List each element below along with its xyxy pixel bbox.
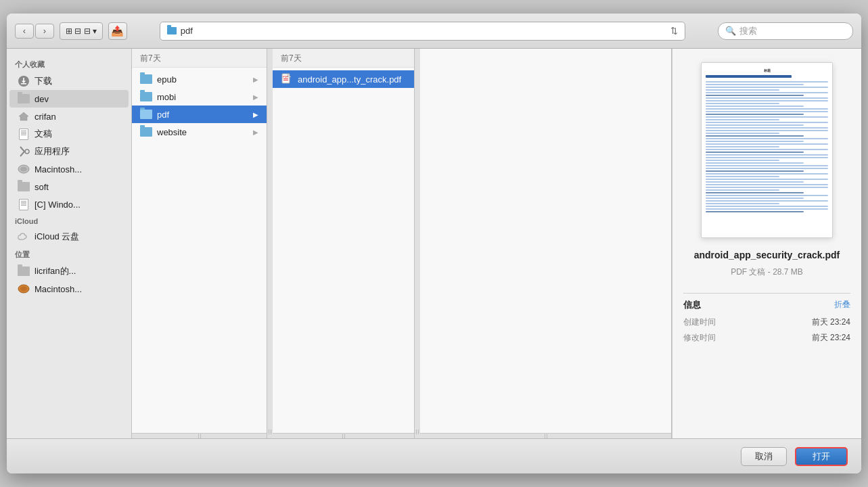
disk-icon <box>18 163 30 175</box>
column-resize-2[interactable]: ⁞⁞ <box>415 49 420 438</box>
sidebar-item-licrifan[interactable]: licrifan的... <box>9 262 129 280</box>
folder-epub-icon <box>140 73 152 85</box>
preview-meta: PDF 文稿 - 28.7 MB <box>731 266 803 278</box>
svg-point-5 <box>25 149 29 154</box>
view-button[interactable]: ⊞ ⊟ ⊟ ▾ <box>60 22 103 40</box>
sidebar-item-label: licrifan的... <box>35 265 76 277</box>
favorites-section-title: 个人收藏 <box>7 55 131 72</box>
cancel-button[interactable]: 取消 <box>741 447 787 466</box>
forward-button[interactable]: › <box>35 24 54 39</box>
sidebar-item-crifan[interactable]: crifan <box>9 108 129 125</box>
sidebar-item-label: 文稿 <box>35 128 52 140</box>
sidebar-item-macintosh2[interactable]: Macintosh... <box>9 280 129 298</box>
collapse-button[interactable]: 折叠 <box>834 299 850 310</box>
share-button[interactable]: 📤 <box>108 22 127 40</box>
pdf-preview-lines <box>706 75 828 232</box>
toolbar: ‹ › ⊞ ⊟ ⊟ ▾ 📤 pdf ⇅ 🔍 搜索 <box>7 14 861 49</box>
svg-point-7 <box>20 167 27 172</box>
info-header: 信息 折叠 <box>683 299 850 311</box>
sidebar: 个人收藏 下载 dev crifan <box>7 49 132 438</box>
sidebar-item-documents[interactable]: 文稿 <box>9 125 129 143</box>
sidebar-item-downloads[interactable]: 下载 <box>9 72 129 90</box>
finder-window: ‹ › ⊞ ⊟ ⊟ ▾ 📤 pdf ⇅ 🔍 搜索 个人收藏 <box>7 14 861 473</box>
sidebar-item-windows[interactable]: [C] Windo... <box>9 195 129 213</box>
svg-rect-11 <box>283 78 288 79</box>
pdf-thumbnail: 标题 <box>701 62 833 238</box>
sidebar-item-label: crifan <box>35 112 56 122</box>
item-label: android_app...ty_crack.pdf <box>298 74 401 85</box>
bottom-bar: 取消 打开 <box>7 438 861 473</box>
location-arrows-icon: ⇅ <box>670 26 678 36</box>
sidebar-item-dev[interactable]: dev <box>9 90 129 108</box>
sidebar-item-soft[interactable]: soft <box>9 178 129 195</box>
column-1: 前7天 epub ▶ mobi <box>132 49 267 438</box>
view-icon: ⊞ ⊟ ⊟ <box>66 26 91 36</box>
folder-website-icon <box>140 126 152 138</box>
svg-point-9 <box>20 287 27 292</box>
view-dropdown-icon: ▾ <box>93 26 97 36</box>
folder-icon <box>167 27 177 34</box>
nav-group: ‹ › <box>15 24 54 39</box>
sidebar-item-macintosh[interactable]: Macintosh... <box>9 160 129 178</box>
sidebar-item-label: soft <box>35 182 49 192</box>
item-label: epub <box>157 74 177 85</box>
created-value: 前天 23:24 <box>812 317 850 328</box>
info-row-created: 创建时间 前天 23:24 <box>683 317 850 328</box>
svg-rect-4 <box>23 78 24 83</box>
location-text: pdf <box>181 26 193 36</box>
column-3: ⁞⁞ <box>420 49 672 438</box>
sidebar-item-label: iCloud 云盘 <box>35 231 79 243</box>
cloud-icon <box>18 231 30 243</box>
created-label: 创建时间 <box>683 317 716 328</box>
sidebar-item-label: Macintosh... <box>35 284 82 294</box>
folder-soft-icon <box>18 181 30 193</box>
column1-items: epub ▶ mobi ▶ <box>132 68 267 433</box>
icloud-section-title: iCloud <box>7 213 131 228</box>
modified-value: 前天 23:24 <box>812 332 850 344</box>
folder-licrifan-icon <box>18 265 30 277</box>
open-button[interactable]: 打开 <box>795 447 848 466</box>
column2-header: 前7天 <box>273 49 414 68</box>
list-item[interactable]: epub ▶ <box>132 70 267 88</box>
list-item[interactable]: website ▶ <box>132 123 267 141</box>
sidebar-item-label: dev <box>35 94 49 104</box>
folder-dev-icon <box>18 93 30 105</box>
location-bar[interactable]: pdf ⇅ <box>160 22 685 41</box>
sidebar-item-label: 下载 <box>35 75 52 87</box>
modified-label: 修改时间 <box>683 332 716 344</box>
arrow-icon: ▶ <box>253 111 258 118</box>
preview-filename: android_app_security_crack.pdf <box>694 249 840 262</box>
column1-resize-handle[interactable]: ⁞⁞ <box>132 433 267 438</box>
windows-doc-icon <box>18 198 30 210</box>
sidebar-item-label: 应用程序 <box>35 145 70 158</box>
back-button[interactable]: ‹ <box>15 24 34 39</box>
list-item[interactable]: mobi ▶ <box>132 88 267 106</box>
search-bar[interactable]: 🔍 搜索 <box>718 22 853 40</box>
disk-orange-icon <box>18 283 30 295</box>
arrow-icon: ▶ <box>253 76 258 83</box>
columns-area: 前7天 epub ▶ mobi <box>132 49 861 438</box>
folder-pdf-icon <box>140 108 152 120</box>
search-icon: 🔍 <box>725 26 736 36</box>
search-placeholder: 搜索 <box>739 25 757 37</box>
info-row-modified: 修改时间 前天 23:24 <box>683 332 850 344</box>
pdf-file-icon: PDF <box>281 73 293 85</box>
home-icon <box>18 110 30 122</box>
column-resize-1[interactable]: ⁞⁞ <box>267 49 273 438</box>
download-icon <box>18 75 30 87</box>
locations-section-title: 位置 <box>7 246 131 262</box>
preview-panel: 标题 <box>672 49 861 438</box>
folder-mobi-icon <box>140 91 152 103</box>
list-item[interactable]: pdf ▶ <box>132 106 267 123</box>
column2-items: PDF android_app...ty_crack.pdf <box>273 68 414 433</box>
content-area: 个人收藏 下载 dev crifan <box>7 49 861 438</box>
list-item[interactable]: PDF android_app...ty_crack.pdf <box>273 70 414 88</box>
sidebar-item-icloud[interactable]: iCloud 云盘 <box>9 228 129 246</box>
sidebar-item-label: [C] Windo... <box>35 200 81 210</box>
column3-resize-handle[interactable]: ⁞⁞ <box>420 433 671 438</box>
svg-rect-12 <box>283 80 288 80</box>
column2-resize-handle[interactable]: ⁞⁞ <box>273 433 414 438</box>
arrow-icon: ▶ <box>253 93 258 101</box>
share-icon: 📤 <box>111 25 124 37</box>
sidebar-item-applications[interactable]: 应用程序 <box>9 143 129 160</box>
